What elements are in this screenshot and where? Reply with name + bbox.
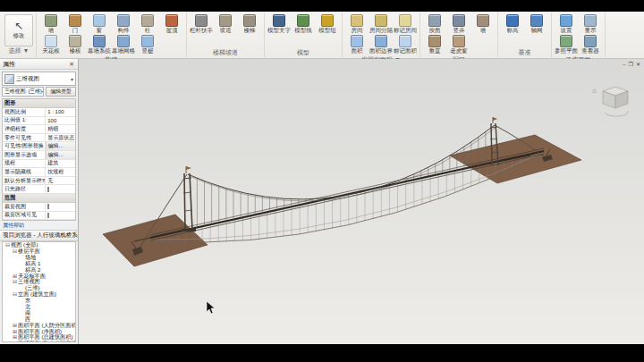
tree-item[interactable]: ⊟楼层平面 [3, 248, 75, 255]
door-button[interactable]: 门 [64, 13, 87, 34]
tree-expander-icon[interactable]: ⊟ [12, 248, 18, 255]
tree-item[interactable]: ⊟视图 (全部) [3, 242, 75, 248]
dormer-button[interactable]: 老虎窗 [447, 34, 470, 55]
tree-item[interactable]: 北 [3, 304, 75, 310]
tree-expander-icon[interactable]: ⊞ [12, 334, 18, 341]
tree-item[interactable]: ⊞面积平面 (净面积) [3, 329, 75, 335]
tree-expander-icon[interactable]: ⊟ [12, 291, 18, 298]
mullion-button[interactable]: 竖梃 [136, 34, 159, 55]
show-workplane-button[interactable]: 显示 [579, 13, 602, 34]
property-section-header[interactable]: 范围 [3, 194, 75, 203]
type-selector[interactable]: 三维视图 ▾ [2, 72, 76, 86]
room-separator-button[interactable]: 房间分隔 [369, 13, 393, 34]
tree-item[interactable]: {三维} [3, 285, 75, 291]
ribbon-group-label-select[interactable]: 选择 ▼ [4, 46, 33, 55]
tree-item[interactable]: ⊟立面 (建筑立面) [3, 291, 75, 298]
ceiling-button[interactable]: 天花板 [39, 34, 63, 55]
view-instance-dropdown[interactable]: 三维视图: {三维} ▾ [2, 87, 44, 97]
tree-item[interactable]: 南 [3, 310, 75, 316]
tree-item[interactable]: ⊟三维视图 [3, 279, 75, 285]
tree-item[interactable]: 标高 1 [3, 261, 75, 267]
property-label: 裁剪区域可见 [3, 211, 46, 219]
property-label: 显示隐藏线 [3, 168, 46, 176]
tree-expander-icon[interactable]: ⊟ [4, 242, 11, 248]
tag-area-button[interactable]: 标记面积 [394, 34, 417, 55]
ribbon-group-label-model[interactable]: 模型 [267, 48, 339, 57]
property-value[interactable]: 编辑... [46, 142, 75, 150]
tag-room-button[interactable]: 标记房间 [394, 13, 417, 34]
ramp-button[interactable]: 坡道 [214, 13, 237, 34]
property-section-header[interactable]: 图形 [3, 99, 75, 108]
stair-button[interactable]: 楼梯 [238, 13, 261, 34]
properties-grid: 图形视图比例1 : 100比例值 1:100详细程度精细零件可见性显示原状态可见… [2, 98, 76, 221]
modify-button[interactable]: ↖ 修改 [4, 14, 33, 46]
component-button[interactable]: 构件 [112, 13, 135, 34]
property-row: 零件可见性显示原状态 [3, 134, 75, 143]
area-button[interactable]: 面积 [345, 34, 369, 55]
checkbox[interactable] [47, 213, 49, 218]
vertical-opening-button[interactable]: 垂直 [423, 34, 446, 55]
curtain-system-button[interactable]: 幕墙系统 [88, 34, 111, 55]
property-value[interactable] [46, 187, 75, 192]
roof-button[interactable]: 屋顶 [160, 13, 183, 34]
tree-item[interactable]: 场地 [3, 255, 75, 261]
set-workplane-button[interactable]: 设置 [555, 13, 578, 34]
viewer-button[interactable]: 查看器 [579, 34, 602, 55]
tree-item[interactable]: ⊞天花板平面 [3, 274, 75, 280]
drawing-canvas[interactable]: ⌂ ‒❐✕ [79, 59, 644, 344]
tree-item[interactable]: 东 [3, 298, 75, 304]
property-value[interactable]: 建筑 [46, 159, 75, 167]
column-button[interactable]: 柱 [136, 13, 159, 34]
room-button[interactable]: 房间 [345, 13, 369, 34]
view-instance-label: 三维视图: {三维} [4, 88, 42, 96]
by-face-button[interactable]: 按面 [423, 13, 446, 34]
wall-button[interactable]: 墙 [39, 13, 63, 34]
curtain-grid-button[interactable]: 幕墙网格 [112, 34, 135, 55]
viewcube[interactable] [603, 87, 628, 108]
checkbox[interactable] [47, 187, 49, 192]
tree-expander-icon[interactable]: ⊞ [12, 341, 18, 342]
railing-button[interactable]: 栏杆扶手 [190, 13, 213, 34]
properties-close-icon[interactable]: ✕ [68, 61, 75, 68]
property-value[interactable] [46, 213, 75, 218]
tree-item[interactable]: 西 [3, 316, 75, 323]
close-icon[interactable]: ✕ [636, 61, 640, 68]
property-value[interactable]: 100 [46, 118, 75, 123]
restore-icon[interactable]: ❐ [629, 61, 633, 68]
wall-opening-button[interactable]: 墙 [471, 13, 495, 34]
tree-item-label: 南 [25, 310, 30, 316]
tree-expander-icon[interactable]: ⊞ [12, 274, 18, 280]
model-line-button[interactable]: 模型线 [292, 13, 315, 34]
window-button[interactable]: 窗 [88, 13, 111, 34]
property-value[interactable]: 编辑... [46, 151, 75, 159]
tree-expander-icon[interactable]: ⊞ [12, 323, 18, 329]
shaft-button[interactable]: 竖井 [447, 13, 470, 34]
tree-expander-icon[interactable]: ⊟ [12, 279, 18, 285]
ref-plane-button[interactable]: 参照平面 [555, 34, 578, 55]
tree-item[interactable]: ⊞面积平面 (总建筑面积) [3, 334, 75, 341]
tree-item[interactable]: ⊞面积平面 (人防分区面积) [3, 323, 75, 329]
minimize-icon[interactable]: ‒ [623, 61, 625, 68]
checkbox[interactable] [47, 204, 49, 209]
properties-help-link[interactable]: 属性帮助 [0, 221, 78, 230]
property-value[interactable]: 按规程 [46, 168, 75, 176]
tree-item[interactable]: ⊞面积平面 (防火分区面积) [3, 341, 75, 342]
grid-label: 轴网 [531, 27, 543, 33]
model-group-button[interactable]: 模型组 [316, 13, 339, 34]
area-boundary-button[interactable]: 面积边界 [369, 34, 393, 55]
home-icon[interactable]: ⌂ [592, 87, 597, 95]
property-value[interactable]: 显示原状态 [46, 134, 75, 142]
property-value[interactable]: 1 : 100 [46, 109, 75, 114]
tree-item[interactable]: 标高 2 [3, 267, 75, 274]
property-value[interactable] [46, 204, 75, 209]
model-text-button[interactable]: 模型文字 [267, 13, 291, 34]
property-value[interactable]: 精细 [46, 125, 75, 133]
ribbon-group-label-datum[interactable]: 基准 [501, 48, 548, 57]
ribbon-group-label-circulation[interactable]: 楼梯坡道 [190, 48, 261, 57]
grid-button[interactable]: 轴网 [525, 13, 548, 34]
tree-expander-icon[interactable]: ⊞ [12, 329, 18, 335]
level-button[interactable]: 标高 [501, 13, 524, 34]
floor-button[interactable]: 楼板 [64, 34, 87, 55]
edit-type-button[interactable]: 编辑类型 [46, 87, 76, 97]
property-value[interactable]: 无 [46, 177, 75, 185]
